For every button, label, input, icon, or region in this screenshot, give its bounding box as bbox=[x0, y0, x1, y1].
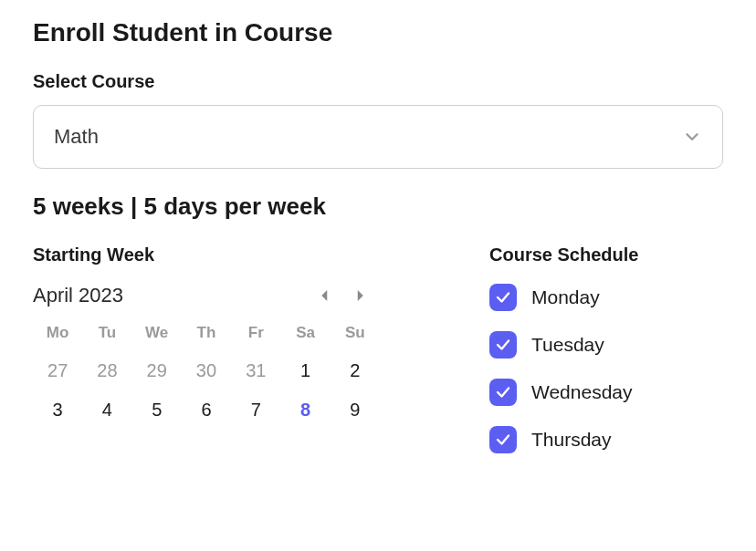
schedule-checkbox[interactable] bbox=[489, 284, 517, 311]
schedule-day-label: Wednesday bbox=[531, 381, 633, 403]
course-summary: 5 weeks | 5 days per week bbox=[33, 192, 723, 221]
calendar-dow: Th bbox=[182, 324, 231, 342]
schedule-day-label: Monday bbox=[531, 286, 600, 308]
schedule-item: Monday bbox=[489, 284, 723, 311]
select-course-label: Select Course bbox=[33, 71, 723, 92]
calendar-prev-button[interactable] bbox=[314, 285, 336, 307]
calendar-day[interactable]: 5 bbox=[132, 400, 182, 421]
calendar-dow: Fr bbox=[231, 324, 280, 342]
course-schedule-label: Course Schedule bbox=[489, 244, 723, 265]
calendar-day[interactable]: 9 bbox=[331, 400, 380, 421]
calendar-day[interactable]: 7 bbox=[231, 400, 280, 421]
schedule-checkbox[interactable] bbox=[489, 331, 517, 359]
calendar-day[interactable]: 3 bbox=[33, 400, 82, 421]
chevron-down-icon bbox=[682, 127, 702, 147]
schedule-checkbox[interactable] bbox=[489, 379, 517, 406]
calendar-day[interactable]: 31 bbox=[231, 360, 280, 381]
calendar-month: April 2023 bbox=[33, 284, 123, 307]
schedule-item: Thursday bbox=[489, 426, 723, 453]
course-select-value: Math bbox=[54, 125, 99, 149]
calendar-day[interactable]: 6 bbox=[182, 400, 231, 421]
schedule-item: Tuesday bbox=[489, 331, 723, 359]
calendar-day[interactable]: 8 bbox=[280, 400, 330, 421]
schedule-day-label: Tuesday bbox=[531, 334, 604, 356]
page-title: Enroll Student in Course bbox=[33, 18, 723, 47]
calendar-next-button[interactable] bbox=[349, 285, 371, 307]
schedule-checkbox[interactable] bbox=[489, 426, 517, 453]
calendar-dow: Tu bbox=[82, 324, 131, 342]
calendar-day[interactable]: 30 bbox=[182, 360, 231, 381]
calendar-day[interactable]: 27 bbox=[33, 360, 82, 381]
schedule-day-label: Thursday bbox=[531, 429, 612, 451]
calendar-day[interactable]: 28 bbox=[82, 360, 131, 381]
calendar-day[interactable]: 29 bbox=[132, 360, 182, 381]
course-select[interactable]: Math bbox=[33, 105, 723, 169]
calendar-day[interactable]: 1 bbox=[280, 360, 330, 381]
calendar-dow: Su bbox=[331, 324, 380, 342]
calendar-day[interactable]: 2 bbox=[331, 360, 380, 381]
schedule-item: Wednesday bbox=[489, 379, 723, 406]
calendar-dow: Mo bbox=[33, 324, 82, 342]
calendar-grid: MoTuWeThFrSaSu2728293031123456789 bbox=[33, 324, 380, 421]
calendar-day[interactable]: 4 bbox=[82, 400, 131, 421]
starting-week-label: Starting Week bbox=[33, 244, 380, 265]
calendar-dow: We bbox=[132, 324, 182, 342]
calendar-dow: Sa bbox=[280, 324, 330, 342]
